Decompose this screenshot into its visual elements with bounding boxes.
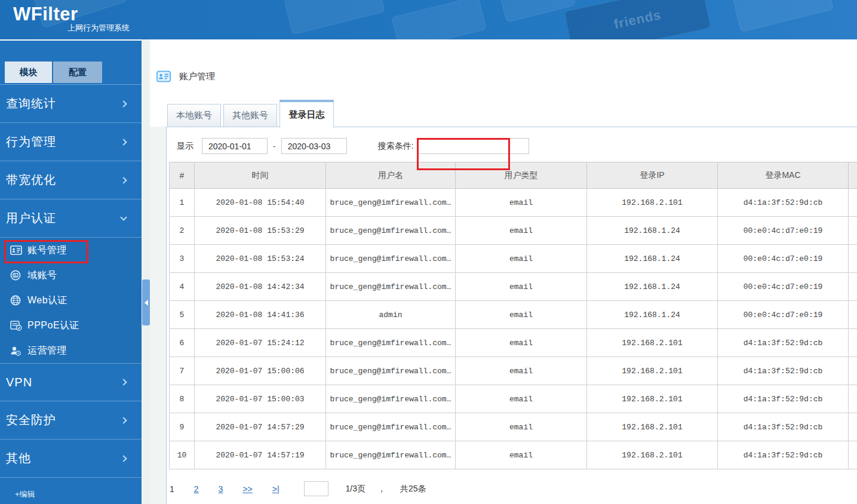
sidebar-item-user-auth[interactable]: 用户认证 xyxy=(0,199,142,238)
content-tab-bar: 本地账号 其他账号 登录日志 xyxy=(167,99,336,127)
table-cell: 2020-01-08 15:53:24 xyxy=(195,245,326,273)
table-cell: bruce_geng@imfirewall.com… xyxy=(326,189,456,217)
table-cell xyxy=(849,441,857,469)
id-card-icon xyxy=(156,70,171,82)
globe-icon xyxy=(10,296,22,305)
sidebar-collapse-handle[interactable] xyxy=(142,279,150,325)
sidebar: 模块 配置 查询统计 行为管理 带宽优化 用户认证 账号管理 xyxy=(0,39,142,504)
sidebar-tab-config[interactable]: 配置 xyxy=(53,62,102,83)
pppoe-doc-check-icon xyxy=(10,321,22,330)
chevron-right-icon xyxy=(120,139,127,145)
table-column-header xyxy=(849,162,857,189)
table-cell: 192.168.2.101 xyxy=(587,357,718,385)
table-cell: d4:1a:3f:52:9d:cb xyxy=(718,385,849,413)
table-cell: 192.168.1.24 xyxy=(587,245,718,273)
table-row: 22020-01-08 15:53:29bruce_geng@imfirewal… xyxy=(170,217,857,245)
show-label: 显示 xyxy=(177,141,193,152)
pagination-last-button[interactable]: >| xyxy=(272,484,279,494)
search-input[interactable] xyxy=(417,138,529,154)
table-cell xyxy=(849,385,857,413)
breadcrumb: 账户管理 xyxy=(156,70,215,82)
sidebar-item-label: 安全防护 xyxy=(6,412,56,428)
table-cell xyxy=(849,329,857,357)
sidebar-item-label: 带宽优化 xyxy=(6,172,56,188)
table-cell: 2020-01-07 15:24:12 xyxy=(195,329,326,357)
sidebar-item-label: 行为管理 xyxy=(6,134,56,150)
chevron-right-icon xyxy=(120,177,127,183)
table-cell: 192.168.1.24 xyxy=(587,217,718,245)
submenu-item-label: 账号管理 xyxy=(27,244,67,257)
table-cell: 192.168.2.101 xyxy=(587,441,718,469)
table-cell: admin xyxy=(326,301,456,329)
table-cell: email xyxy=(456,329,587,357)
table-cell: email xyxy=(456,413,587,441)
table-column-header: 登录MAC xyxy=(718,162,849,189)
submenu-item-domain-account[interactable]: 域账号 xyxy=(0,263,142,288)
sidebar-gutter xyxy=(142,39,150,504)
sidebar-item-label: 用户认证 xyxy=(6,210,56,226)
table-column-header: 登录IP xyxy=(587,162,718,189)
pagination-page-link[interactable]: 3 xyxy=(219,484,223,494)
pagination: 1 23 >> >| 1/3页 ， 共25条 xyxy=(170,481,426,496)
sidebar-item-other[interactable]: 其他 xyxy=(0,440,142,478)
sidebar-item-bandwidth-opt[interactable]: 带宽优化 xyxy=(0,161,142,199)
table-cell: 192.168.2.101 xyxy=(587,413,718,441)
sidebar-tab-modules[interactable]: 模块 xyxy=(5,62,52,83)
table-cell: 192.168.1.24 xyxy=(587,301,718,329)
sidebar-edit-link[interactable]: +编辑 xyxy=(0,489,142,500)
page-title: 账户管理 xyxy=(179,71,215,82)
table-column-header: 时间 xyxy=(195,162,326,189)
table-cell: email xyxy=(456,357,587,385)
sidebar-item-label: VPN xyxy=(6,376,32,389)
submenu-item-pppoe-auth[interactable]: PPPoE认证 xyxy=(0,313,142,338)
table-cell: 2020-01-08 14:42:34 xyxy=(195,273,326,301)
tab-local-accounts[interactable]: 本地账号 xyxy=(167,104,221,127)
table-body: 12020-01-08 15:54:40bruce_geng@imfirewal… xyxy=(170,189,857,469)
table-row: 52020-01-08 14:41:36adminemail192.168.1.… xyxy=(170,301,857,329)
chevron-right-icon xyxy=(120,379,127,385)
chevron-down-icon xyxy=(120,214,127,220)
main-content: 账户管理 本地账号 其他账号 登录日志 显示 - 搜索条件: #时间用户名用户类… xyxy=(150,39,857,504)
table-cell xyxy=(849,217,857,245)
table-cell: 00:e0:4c:d7:e0:19 xyxy=(718,301,849,329)
table-cell: 3 xyxy=(170,245,195,273)
pagination-jump-input[interactable] xyxy=(304,481,328,496)
table-row: 72020-01-07 15:00:06bruce_geng@imfirewal… xyxy=(170,357,857,385)
table-cell: email xyxy=(456,441,587,469)
sidebar-item-behavior-mgmt[interactable]: 行为管理 xyxy=(0,123,142,161)
table-cell: 2020-01-07 14:57:29 xyxy=(195,413,326,441)
submenu-item-label: 域账号 xyxy=(27,269,57,282)
table-cell: 2020-01-07 15:00:03 xyxy=(195,385,326,413)
pagination-comma: ， xyxy=(377,484,386,494)
date-to-input[interactable] xyxy=(281,138,347,154)
submenu-item-operation-mgmt[interactable]: 运营管理 xyxy=(0,338,142,363)
keyboard-key-decoration xyxy=(499,0,576,23)
app-logo: WFilter xyxy=(13,4,78,25)
sidebar-menu: 查询统计 行为管理 带宽优化 用户认证 账号管理 xyxy=(0,84,142,478)
pagination-page-link[interactable]: 2 xyxy=(194,484,199,494)
tab-other-accounts[interactable]: 其他账号 xyxy=(223,104,277,127)
chevron-right-icon xyxy=(120,455,127,462)
sidebar-item-label: 查询统计 xyxy=(6,96,56,112)
sidebar-item-security[interactable]: 安全防护 xyxy=(0,401,142,440)
table-cell: d4:1a:3f:52:9d:cb xyxy=(718,413,849,441)
sidebar-item-label: 其他 xyxy=(6,450,31,466)
table-row: 32020-01-08 15:53:24bruce_geng@imfirewal… xyxy=(170,245,857,273)
chevron-right-icon xyxy=(120,100,127,107)
submenu-item-web-auth[interactable]: Web认证 xyxy=(0,288,142,313)
submenu-item-account-mgmt[interactable]: 账号管理 xyxy=(0,238,142,263)
table-column-header: 用户名 xyxy=(326,162,456,189)
sidebar-tab-bar: 模块 配置 xyxy=(5,62,142,83)
sidebar-item-query-stats[interactable]: 查询统计 xyxy=(0,85,142,123)
top-banner: friends WFilter 上网行为管理系统 xyxy=(0,0,857,39)
sidebar-item-vpn[interactable]: VPN xyxy=(0,363,142,401)
table-cell xyxy=(849,413,857,441)
submenu-item-label: 运营管理 xyxy=(27,345,67,357)
pagination-current-page: 1 xyxy=(170,484,174,494)
keyboard-key-label: friends xyxy=(612,7,662,32)
table-cell: d4:1a:3f:52:9d:cb xyxy=(718,189,849,217)
pagination-next-button[interactable]: >> xyxy=(242,484,252,494)
tab-login-log[interactable]: 登录日志 xyxy=(279,100,334,128)
table-cell xyxy=(849,245,857,273)
date-from-input[interactable] xyxy=(202,138,268,154)
